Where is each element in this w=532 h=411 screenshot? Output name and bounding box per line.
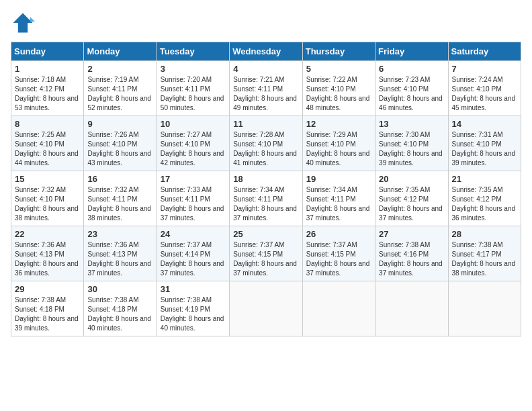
day-number: 3 [161,64,226,74]
calendar-day-cell: 19Sunrise: 7:34 AMSunset: 4:11 PMDayligh… [302,171,375,226]
day-number: 6 [379,64,444,74]
day-info: Sunrise: 7:20 AMSunset: 4:11 PMDaylight:… [161,75,226,113]
calendar-day-cell: 27Sunrise: 7:38 AMSunset: 4:16 PMDayligh… [375,226,448,281]
day-info: Sunrise: 7:38 AMSunset: 4:18 PMDaylight:… [15,295,80,333]
calendar-day-cell: 24Sunrise: 7:37 AMSunset: 4:14 PMDayligh… [157,226,229,281]
calendar-header: SundayMondayTuesdayWednesdayThursdayFrid… [11,42,521,61]
day-number: 30 [87,284,152,294]
day-number: 17 [161,174,226,184]
calendar-day-cell [448,281,521,336]
weekday-header: Saturday [448,42,521,61]
day-number: 18 [233,174,298,184]
calendar-day-cell: 16Sunrise: 7:32 AMSunset: 4:11 PMDayligh… [84,171,157,226]
calendar-day-cell: 8Sunrise: 7:25 AMSunset: 4:10 PMDaylight… [11,116,84,171]
calendar-day-cell: 6Sunrise: 7:23 AMSunset: 4:10 PMDaylight… [375,61,448,116]
day-info: Sunrise: 7:37 AMSunset: 4:15 PMDaylight:… [306,240,371,278]
calendar-day-cell: 29Sunrise: 7:38 AMSunset: 4:18 PMDayligh… [11,281,84,336]
day-info: Sunrise: 7:38 AMSunset: 4:16 PMDaylight:… [379,240,444,278]
day-number: 21 [452,174,517,184]
day-info: Sunrise: 7:22 AMSunset: 4:10 PMDaylight:… [306,75,371,113]
calendar-day-cell: 11Sunrise: 7:28 AMSunset: 4:10 PMDayligh… [230,116,302,171]
calendar-day-cell [302,281,375,336]
calendar-day-cell: 5Sunrise: 7:22 AMSunset: 4:10 PMDaylight… [302,61,375,116]
calendar-week-row: 1Sunrise: 7:18 AMSunset: 4:12 PMDaylight… [11,61,521,116]
day-number: 2 [87,64,152,74]
calendar-day-cell: 2Sunrise: 7:19 AMSunset: 4:11 PMDaylight… [84,61,157,116]
day-info: Sunrise: 7:18 AMSunset: 4:12 PMDaylight:… [15,75,80,113]
weekday-header: Sunday [11,42,84,61]
day-info: Sunrise: 7:28 AMSunset: 4:10 PMDaylight:… [233,130,298,168]
calendar-table: SundayMondayTuesdayWednesdayThursdayFrid… [11,42,521,336]
calendar-week-row: 29Sunrise: 7:38 AMSunset: 4:18 PMDayligh… [11,281,521,336]
calendar-week-row: 15Sunrise: 7:32 AMSunset: 4:10 PMDayligh… [11,171,521,226]
calendar-day-cell: 31Sunrise: 7:38 AMSunset: 4:19 PMDayligh… [157,281,229,336]
day-number: 11 [233,119,298,129]
header-row: SundayMondayTuesdayWednesdayThursdayFrid… [11,42,521,61]
calendar-day-cell: 21Sunrise: 7:35 AMSunset: 4:12 PMDayligh… [448,171,521,226]
day-number: 20 [379,174,444,184]
day-number: 16 [87,174,152,184]
calendar-day-cell: 18Sunrise: 7:34 AMSunset: 4:11 PMDayligh… [230,171,302,226]
calendar-day-cell: 4Sunrise: 7:21 AMSunset: 4:11 PMDaylight… [230,61,302,116]
day-info: Sunrise: 7:31 AMSunset: 4:10 PMDaylight:… [452,130,517,168]
day-info: Sunrise: 7:23 AMSunset: 4:10 PMDaylight:… [379,75,444,113]
day-info: Sunrise: 7:34 AMSunset: 4:11 PMDaylight:… [306,185,371,223]
day-info: Sunrise: 7:24 AMSunset: 4:10 PMDaylight:… [452,75,517,113]
day-info: Sunrise: 7:27 AMSunset: 4:10 PMDaylight:… [161,130,226,168]
weekday-header: Thursday [302,42,375,61]
calendar-day-cell: 1Sunrise: 7:18 AMSunset: 4:12 PMDaylight… [11,61,84,116]
day-info: Sunrise: 7:26 AMSunset: 4:10 PMDaylight:… [87,130,152,168]
logo [11,11,39,35]
day-number: 7 [452,64,517,74]
day-number: 15 [15,174,80,184]
day-info: Sunrise: 7:33 AMSunset: 4:11 PMDaylight:… [161,185,226,223]
weekday-header: Monday [84,42,157,61]
day-number: 31 [161,284,226,294]
page-header [11,11,521,35]
day-info: Sunrise: 7:36 AMSunset: 4:13 PMDaylight:… [87,240,152,278]
calendar-day-cell: 30Sunrise: 7:38 AMSunset: 4:18 PMDayligh… [84,281,157,336]
calendar-day-cell: 10Sunrise: 7:27 AMSunset: 4:10 PMDayligh… [157,116,229,171]
calendar-week-row: 8Sunrise: 7:25 AMSunset: 4:10 PMDaylight… [11,116,521,171]
calendar-day-cell [375,281,448,336]
calendar-day-cell: 7Sunrise: 7:24 AMSunset: 4:10 PMDaylight… [448,61,521,116]
day-info: Sunrise: 7:29 AMSunset: 4:10 PMDaylight:… [306,130,371,168]
svg-marker-0 [13,13,33,33]
day-number: 14 [452,119,517,129]
day-info: Sunrise: 7:35 AMSunset: 4:12 PMDaylight:… [452,185,517,223]
day-number: 12 [306,119,371,129]
calendar-day-cell: 17Sunrise: 7:33 AMSunset: 4:11 PMDayligh… [157,171,229,226]
day-number: 26 [306,229,371,239]
calendar-day-cell: 25Sunrise: 7:37 AMSunset: 4:15 PMDayligh… [230,226,302,281]
day-number: 5 [306,64,371,74]
calendar-day-cell: 20Sunrise: 7:35 AMSunset: 4:12 PMDayligh… [375,171,448,226]
day-info: Sunrise: 7:21 AMSunset: 4:11 PMDaylight:… [233,75,298,113]
calendar-day-cell: 13Sunrise: 7:30 AMSunset: 4:10 PMDayligh… [375,116,448,171]
day-number: 29 [15,284,80,294]
day-number: 9 [87,119,152,129]
day-info: Sunrise: 7:30 AMSunset: 4:10 PMDaylight:… [379,130,444,168]
day-number: 1 [15,64,80,74]
calendar-day-cell: 28Sunrise: 7:38 AMSunset: 4:17 PMDayligh… [448,226,521,281]
weekday-header: Wednesday [230,42,302,61]
calendar-day-cell: 3Sunrise: 7:20 AMSunset: 4:11 PMDaylight… [157,61,229,116]
day-number: 19 [306,174,371,184]
day-info: Sunrise: 7:38 AMSunset: 4:18 PMDaylight:… [87,295,152,333]
day-number: 28 [452,229,517,239]
weekday-header: Friday [375,42,448,61]
calendar-week-row: 22Sunrise: 7:36 AMSunset: 4:13 PMDayligh… [11,226,521,281]
day-number: 27 [379,229,444,239]
day-info: Sunrise: 7:25 AMSunset: 4:10 PMDaylight:… [15,130,80,168]
day-info: Sunrise: 7:37 AMSunset: 4:15 PMDaylight:… [233,240,298,278]
day-info: Sunrise: 7:35 AMSunset: 4:12 PMDaylight:… [379,185,444,223]
calendar-body: 1Sunrise: 7:18 AMSunset: 4:12 PMDaylight… [11,61,521,336]
day-number: 10 [161,119,226,129]
day-info: Sunrise: 7:38 AMSunset: 4:19 PMDaylight:… [161,295,226,333]
day-number: 24 [161,229,226,239]
day-number: 25 [233,229,298,239]
day-info: Sunrise: 7:19 AMSunset: 4:11 PMDaylight:… [87,75,152,113]
calendar-day-cell: 9Sunrise: 7:26 AMSunset: 4:10 PMDaylight… [84,116,157,171]
calendar-day-cell: 15Sunrise: 7:32 AMSunset: 4:10 PMDayligh… [11,171,84,226]
calendar-day-cell [230,281,302,336]
day-number: 4 [233,64,298,74]
